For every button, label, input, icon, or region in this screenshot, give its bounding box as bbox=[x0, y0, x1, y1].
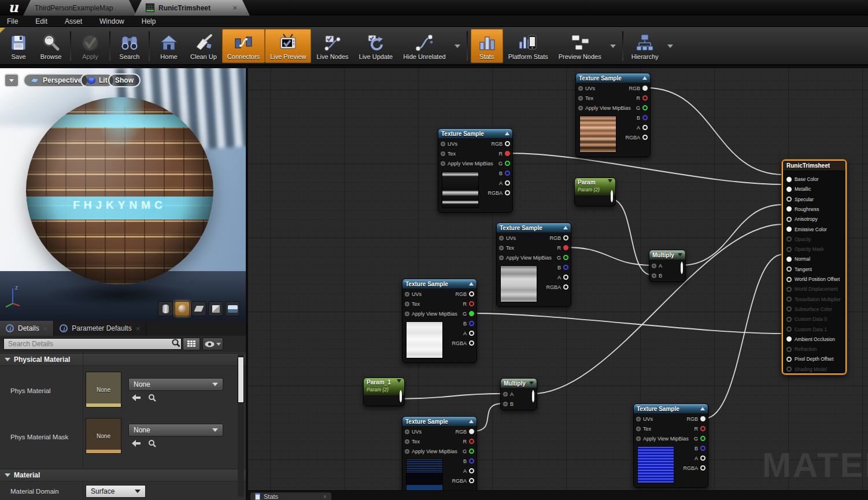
close-icon[interactable]: × bbox=[43, 325, 48, 332]
node-header[interactable]: Multiply bbox=[649, 250, 685, 260]
output-pin-rgba[interactable]: RGBA bbox=[487, 188, 510, 198]
material-pin-custom-data-0[interactable]: Custom Data 0 bbox=[786, 314, 827, 324]
viewport-options-button[interactable] bbox=[4, 73, 19, 87]
use-selected-arrow-icon[interactable] bbox=[132, 394, 141, 401]
output-pin-a[interactable]: A bbox=[487, 178, 510, 188]
input-pin-b[interactable]: B bbox=[652, 271, 662, 280]
output-pin-icon[interactable] bbox=[681, 262, 683, 274]
node-header[interactable]: Texture Sample bbox=[438, 129, 512, 138]
input-pin-a[interactable]: A bbox=[503, 389, 514, 399]
property-matrix-button[interactable] bbox=[183, 338, 200, 350]
tab-parameter-defaults[interactable]: i Parameter Defaults × bbox=[54, 321, 146, 336]
material-pin-normal[interactable]: Normal bbox=[786, 254, 810, 264]
close-icon[interactable]: × bbox=[136, 325, 141, 332]
material-pin-refraction[interactable]: Refraction bbox=[786, 345, 817, 354]
stats-panel-tab[interactable]: Stats × bbox=[250, 492, 331, 500]
texture-sample-node[interactable]: Texture SampleUVsTexApply View MipBiasRG… bbox=[496, 223, 571, 307]
tab-thirdpersonexamplemap[interactable]: ThirdPersonExampleMap bbox=[23, 0, 136, 16]
input-pin-uvs[interactable]: UVs bbox=[578, 83, 631, 93]
close-icon[interactable]: × bbox=[232, 4, 237, 12]
output-pin-a[interactable]: A bbox=[625, 123, 648, 132]
input-pin-uvs[interactable]: UVs bbox=[499, 233, 552, 243]
output-pin-a[interactable]: A bbox=[546, 272, 568, 282]
node-header[interactable]: Multiply bbox=[501, 379, 537, 388]
material-graph-canvas[interactable]: Texture SampleUVsTexApply View MipBiasRG… bbox=[246, 68, 868, 500]
details-scrollbar[interactable] bbox=[238, 354, 244, 497]
material-pin-roughness[interactable]: Roughness bbox=[786, 205, 819, 214]
stats-button[interactable]: Stats bbox=[471, 29, 503, 63]
browse-button[interactable]: Browse bbox=[35, 29, 67, 63]
input-pin-b[interactable]: B bbox=[503, 399, 514, 409]
perspective-button[interactable]: Perspective bbox=[23, 73, 88, 87]
material-pin-world-displacement[interactable]: World Displacement bbox=[786, 284, 838, 294]
output-pin-g[interactable]: G bbox=[546, 253, 568, 262]
output-pin-rgb[interactable]: RGB bbox=[625, 83, 648, 93]
material-pin-custom-data-1[interactable]: Custom Data 1 bbox=[786, 325, 827, 334]
show-menu-button[interactable]: Show bbox=[108, 73, 141, 87]
output-pin-r[interactable]: R bbox=[625, 93, 648, 103]
material-pin-shading-model[interactable]: Shading Model bbox=[786, 365, 827, 374]
collapse-icon[interactable] bbox=[700, 407, 705, 410]
output-pin-r[interactable]: R bbox=[487, 149, 510, 158]
node-header[interactable]: Texture Sample bbox=[576, 73, 650, 83]
output-pin-a[interactable]: A bbox=[452, 466, 474, 476]
node-header[interactable]: RunicTrimsheet bbox=[783, 161, 845, 171]
home-button[interactable]: Home bbox=[153, 29, 185, 63]
material-pin-ambient-occlusion[interactable]: Ambient Occlusion bbox=[786, 335, 835, 344]
material-pin-emissive-color[interactable]: Emissive Color bbox=[786, 225, 827, 234]
menu-edit[interactable]: Edit bbox=[35, 17, 47, 25]
output-pin-a[interactable]: A bbox=[683, 453, 706, 463]
multiply-node[interactable]: MultiplyAB bbox=[500, 378, 537, 410]
output-pin-icon[interactable] bbox=[400, 390, 402, 402]
node-header[interactable]: Param_1Param (2) bbox=[364, 378, 404, 395]
collapse-icon[interactable] bbox=[397, 379, 401, 383]
preview-shape-cube-button[interactable] bbox=[208, 301, 223, 316]
texture-sample-node[interactable]: Texture SampleUVsTexApply View MipBiasRG… bbox=[438, 128, 513, 213]
view-options-button[interactable] bbox=[202, 338, 223, 350]
texture-sample-node[interactable]: Texture SampleUVsTexApply View MipBiasRG… bbox=[402, 279, 477, 363]
multiply-node[interactable]: MultiplyAB bbox=[649, 250, 686, 282]
browse-to-asset-icon[interactable] bbox=[148, 394, 156, 402]
output-pin-b[interactable]: B bbox=[452, 318, 474, 328]
material-pin-tangent[interactable]: Tangent bbox=[786, 265, 812, 274]
phys-material-dropdown[interactable]: None bbox=[128, 378, 223, 391]
output-pin-rgba[interactable]: RGBA bbox=[546, 282, 568, 292]
output-pin-g[interactable]: G bbox=[452, 446, 474, 456]
material-pin-specular[interactable]: Specular bbox=[786, 195, 814, 204]
output-pin-rgba[interactable]: RGBA bbox=[625, 132, 648, 142]
output-pin-rgb[interactable]: RGB bbox=[683, 414, 706, 424]
output-pin-rgb[interactable]: RGB bbox=[452, 289, 474, 299]
tab-runictrimsheet[interactable]: RunicTrimsheet × bbox=[134, 0, 250, 16]
menu-asset[interactable]: Asset bbox=[65, 17, 82, 25]
hierarchy-dropdown-caret-icon[interactable] bbox=[667, 45, 673, 48]
input-pin-apply-view-mipbias[interactable]: Apply View MipBias bbox=[405, 309, 457, 318]
preview-shape-plane-button[interactable] bbox=[191, 301, 206, 316]
output-pin-r[interactable]: R bbox=[452, 436, 474, 446]
output-pin-rgb[interactable]: RGB bbox=[452, 427, 474, 436]
param-node[interactable]: ParamParam (2) bbox=[574, 177, 616, 206]
menu-help[interactable]: Help bbox=[142, 17, 156, 25]
material-pin-world-position-offset[interactable]: World Position Offset bbox=[786, 275, 840, 284]
menu-window[interactable]: Window bbox=[99, 17, 124, 25]
output-pin-b[interactable]: B bbox=[683, 443, 706, 453]
collapse-icon[interactable] bbox=[678, 253, 682, 257]
collapse-icon[interactable] bbox=[563, 226, 568, 229]
output-pin-g[interactable]: G bbox=[452, 309, 474, 318]
browse-to-asset-icon[interactable] bbox=[148, 439, 156, 447]
output-pin-rgba[interactable]: RGBA bbox=[452, 476, 474, 486]
preview-shape-sphere-button[interactable] bbox=[175, 301, 190, 316]
material-pin-opacity[interactable]: Opacity bbox=[786, 235, 811, 244]
tab-details[interactable]: i Details × bbox=[0, 321, 54, 336]
output-pin-b[interactable]: B bbox=[452, 456, 474, 466]
collapse-icon[interactable] bbox=[469, 282, 474, 286]
input-pin-uvs[interactable]: UVs bbox=[405, 289, 457, 299]
material-pin-tessellation-multiplier[interactable]: Tessellation Multiplier bbox=[786, 295, 841, 304]
output-pin-icon[interactable] bbox=[532, 390, 534, 402]
platform-stats-button[interactable]: Platform Stats bbox=[503, 29, 553, 63]
connectors-button[interactable]: Connectors bbox=[222, 29, 265, 63]
collapse-icon[interactable] bbox=[529, 382, 534, 385]
output-pin-r[interactable]: R bbox=[683, 424, 706, 434]
input-pin-apply-view-mipbias[interactable]: Apply View MipBias bbox=[499, 253, 552, 262]
node-header[interactable]: Texture Sample bbox=[402, 417, 477, 426]
input-pin-tex[interactable]: Tex bbox=[636, 424, 689, 434]
